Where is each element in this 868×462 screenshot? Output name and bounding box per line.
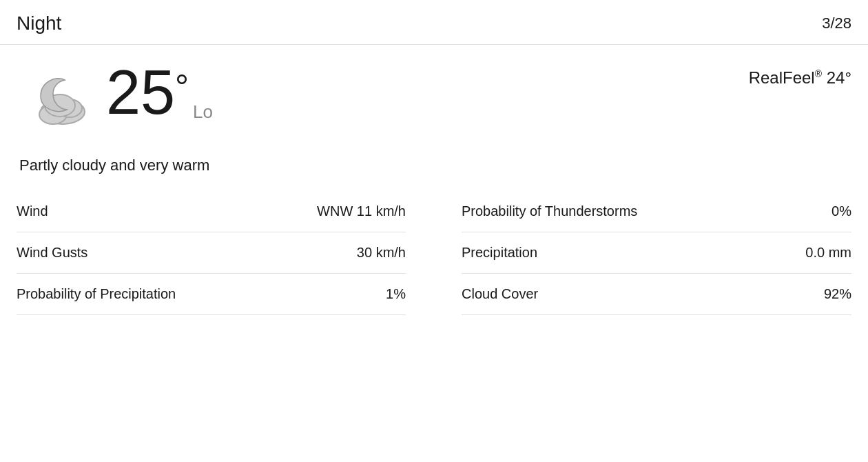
header: Night 3/28 [0, 0, 868, 45]
stat-row-wind-gusts: Wind Gusts 30 km/h [17, 232, 406, 274]
weather-description: Partly cloudy and very warm [19, 157, 851, 174]
realfeel-block: RealFeel® 24° [749, 61, 851, 88]
stats-grid: Wind WNW 11 km/h Wind Gusts 30 km/h Prob… [17, 191, 851, 315]
stat-value-wind: WNW 11 km/h [317, 203, 406, 219]
stat-value-prob-thunder: 0% [831, 203, 851, 219]
realfeel-label: RealFeel [749, 68, 815, 87]
stat-row-wind: Wind WNW 11 km/h [17, 191, 406, 232]
stat-label-prob-thunder: Probability of Thunderstorms [462, 203, 637, 219]
realfeel-trademark: ® [815, 68, 822, 79]
period-label: Night [17, 12, 61, 34]
temperature-unit: ° [175, 67, 189, 107]
stat-value-prob-precip: 1% [386, 286, 406, 302]
stats-left-column: Wind WNW 11 km/h Wind Gusts 30 km/h Prob… [17, 191, 434, 315]
stat-label-cloud-cover: Cloud Cover [462, 286, 538, 302]
date-label: 3/28 [822, 14, 851, 32]
weather-icon [17, 61, 99, 137]
weather-hero: 25 ° Lo RealFeel® 24° [17, 61, 851, 137]
stat-label-precipitation: Precipitation [462, 245, 537, 261]
stat-label-wind: Wind [17, 203, 48, 219]
stat-value-cloud-cover: 92% [824, 286, 851, 302]
main-content: 25 ° Lo RealFeel® 24° Partly cloudy and … [0, 45, 868, 315]
stat-row-prob-thunder: Probability of Thunderstorms 0% [462, 191, 851, 232]
stat-label-prob-precip: Probability of Precipitation [17, 286, 176, 302]
stat-value-wind-gusts: 30 km/h [357, 245, 406, 261]
realfeel-value: 24° [827, 68, 851, 87]
stat-label-wind-gusts: Wind Gusts [17, 245, 87, 261]
stat-value-precipitation: 0.0 mm [805, 245, 851, 261]
stat-row-cloud-cover: Cloud Cover 92% [462, 274, 851, 315]
temperature-label: Lo [193, 101, 213, 123]
temperature-block: 25 ° Lo [106, 61, 213, 123]
stat-row-precipitation: Precipitation 0.0 mm [462, 232, 851, 274]
stats-right-column: Probability of Thunderstorms 0% Precipit… [434, 191, 851, 315]
temperature-value: 25 [106, 61, 175, 123]
stat-row-prob-precip: Probability of Precipitation 1% [17, 274, 406, 315]
